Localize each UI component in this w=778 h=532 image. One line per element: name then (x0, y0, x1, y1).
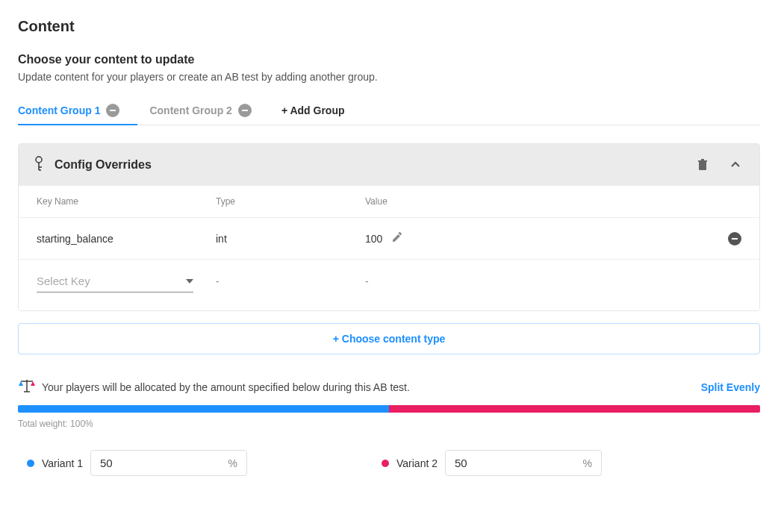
svg-rect-9 (732, 238, 738, 240)
content-group-tabs: Content Group 1 Content Group 2 + Add Gr… (18, 96, 760, 125)
table-row: starting_balance int 100 (19, 218, 759, 260)
cell-value: 100 (365, 233, 382, 245)
variant-1-color-dot (27, 460, 34, 467)
variant-2-control: Variant 2 % (382, 450, 602, 476)
variant-2-input[interactable] (455, 457, 559, 469)
svg-rect-7 (698, 160, 707, 162)
col-type: Type (216, 196, 365, 207)
chevron-down-icon (186, 279, 193, 284)
trash-icon[interactable] (692, 154, 713, 175)
tab-content-group-1[interactable]: Content Group 1 (18, 96, 119, 125)
pct-sign: % (583, 457, 592, 469)
allocation-bar-variant-1 (18, 405, 389, 413)
total-weight-label: Total weight: 100% (18, 419, 760, 429)
section-title: Choose your content to update (18, 53, 760, 66)
col-value: Value (365, 196, 697, 207)
variant-1-input-wrap: % (90, 450, 247, 476)
config-overrides-panel: Config Overrides Key Name Type Value sta… (18, 143, 760, 311)
variant-2-input-wrap: % (445, 450, 602, 476)
remove-row-icon[interactable] (728, 232, 741, 245)
select-key-placeholder: Select Key (37, 275, 90, 287)
allocation-bar (18, 405, 760, 413)
svg-rect-8 (701, 159, 704, 160)
col-key: Key Name (37, 196, 216, 207)
chevron-up-icon[interactable] (725, 154, 746, 175)
svg-rect-6 (699, 162, 706, 170)
variant-2-color-dot (382, 460, 389, 467)
panel-title: Config Overrides (55, 158, 692, 172)
remove-group-icon[interactable] (106, 104, 119, 117)
page-title: Content (18, 18, 760, 35)
scales-icon (18, 378, 36, 396)
panel-header: Config Overrides (19, 144, 759, 186)
variant-1-control: Variant 1 % (27, 450, 247, 476)
tab-label: Content Group 1 (18, 104, 100, 116)
variant-1-input[interactable] (100, 457, 205, 469)
new-row: Select Key - - (19, 260, 759, 310)
tab-label: Content Group 2 (149, 104, 231, 116)
cell-value-empty: - (365, 275, 697, 287)
add-group-button[interactable]: + Add Group (281, 97, 345, 124)
select-key-dropdown[interactable]: Select Key (37, 270, 193, 292)
split-evenly-button[interactable]: Split Evenly (701, 381, 760, 393)
variant-2-label: Variant 2 (396, 457, 438, 469)
section-subtitle: Update content for your players or creat… (18, 71, 760, 83)
svg-rect-1 (242, 110, 248, 111)
svg-point-2 (36, 157, 42, 163)
edit-icon[interactable] (391, 231, 403, 245)
tab-content-group-2[interactable]: Content Group 2 (149, 96, 251, 125)
cell-type: int (216, 233, 365, 245)
variant-1-label: Variant 1 (42, 457, 83, 469)
svg-rect-0 (110, 110, 116, 111)
remove-group-icon[interactable] (238, 104, 252, 117)
cell-type-empty: - (216, 275, 365, 287)
allocation-description: Your players will be allocated by the am… (42, 381, 695, 393)
allocation-bar-variant-2 (389, 405, 760, 413)
key-icon (32, 155, 46, 175)
cell-key: starting_balance (37, 233, 216, 245)
table-header: Key Name Type Value (19, 186, 759, 218)
choose-content-type-button[interactable]: + Choose content type (18, 323, 760, 354)
pct-sign: % (228, 457, 237, 469)
